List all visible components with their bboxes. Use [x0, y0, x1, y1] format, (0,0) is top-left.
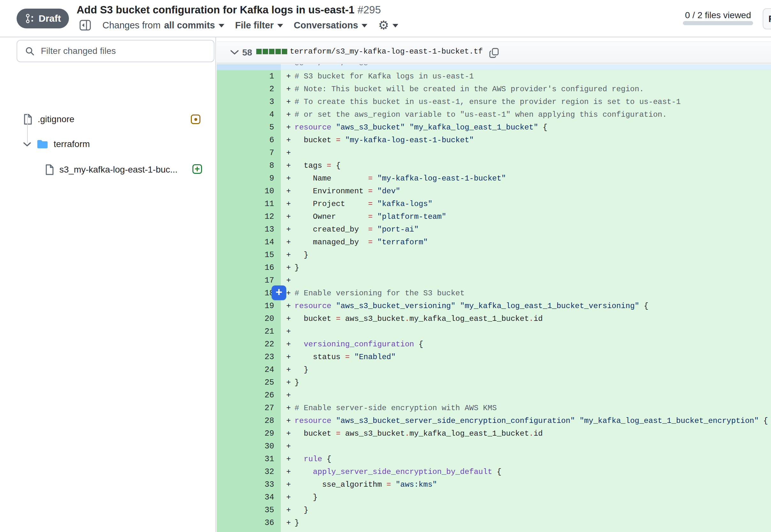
line-number[interactable]: 10 [245, 185, 281, 198]
code-token: rule [304, 453, 322, 466]
line-number[interactable] [245, 529, 281, 532]
line-content[interactable]: +} [281, 262, 771, 274]
line-content[interactable]: + [281, 440, 771, 453]
line-content[interactable]: + [281, 274, 771, 287]
line-number[interactable]: 32 [245, 466, 281, 478]
line-number[interactable]: 5 [245, 121, 281, 134]
old-line-number-cell [217, 338, 245, 351]
line-content[interactable]: + bucket = aws_s3_bucket.my_kafka_log_ea… [281, 427, 771, 440]
line-content[interactable]: + [281, 325, 771, 338]
line-content[interactable]: + sse_algorithm = "aws:kms" [281, 478, 771, 491]
line-content[interactable]: + Name = "my-kafka-log-east-1-bucket" [281, 172, 771, 185]
filter-changed-files-input[interactable] [41, 46, 214, 56]
line-number[interactable]: 22 [245, 338, 281, 351]
tree-item-s3-bucket-file[interactable]: s3_my-kafka-log-east-1-buc... [45, 162, 177, 177]
line-number[interactable]: 12 [245, 211, 281, 223]
code-token [391, 478, 396, 491]
line-number[interactable]: 1 [245, 70, 281, 83]
line-content[interactable]: + Project = "kafka-logs" [281, 198, 771, 211]
line-content[interactable]: +# Note: This bucket will be created in … [281, 83, 771, 96]
code-token: } [294, 491, 317, 504]
line-content[interactable]: + tags = { [281, 159, 771, 172]
line-content[interactable]: +# S3 bucket for Kafka logs in us-east-1 [281, 70, 771, 83]
line-number[interactable]: 11 [245, 198, 281, 211]
line-number[interactable]: 21 [245, 325, 281, 338]
line-content[interactable]: +resource "aws_s3_bucket_server_side_enc… [281, 415, 771, 427]
line-number[interactable]: 4 [245, 108, 281, 121]
line-number[interactable]: 7 [245, 147, 281, 159]
line-number[interactable]: 24 [245, 364, 281, 376]
copy-file-path-icon[interactable] [489, 48, 500, 58]
line-number[interactable]: 29 [245, 427, 281, 440]
line-content[interactable]: + bucket = "my-kafka-log-east-1-bucket" [281, 134, 771, 147]
diff-settings-dropdown[interactable]: ⚙ [378, 19, 398, 31]
line-number[interactable]: 34 [245, 491, 281, 504]
line-number[interactable]: 2 [245, 83, 281, 96]
line-number[interactable]: 8 [245, 159, 281, 172]
addition-marker: + [286, 287, 294, 300]
additions-count: 58 [242, 48, 252, 58]
add-line-comment-button[interactable]: + [271, 285, 286, 300]
old-line-number-cell [217, 198, 245, 211]
conversations-dropdown[interactable]: Conversations [294, 20, 367, 31]
line-content[interactable]: +# To create this bucket in us-east-1, e… [281, 96, 771, 108]
line-content[interactable]: +# Enable versioning for the S3 bucket [281, 287, 771, 300]
line-number[interactable]: 25 [245, 376, 281, 389]
line-content[interactable]: +# Enable server-side encryption with AW… [281, 402, 771, 415]
line-number[interactable]: 35 [245, 504, 281, 517]
line-content[interactable]: + } [281, 504, 771, 517]
line-content[interactable]: + bucket = aws_s3_bucket.my_kafka_log_ea… [281, 313, 771, 325]
line-number[interactable]: 15 [245, 249, 281, 262]
hunk-header-row[interactable]: @@ -0,0 +1,58 @@ [217, 64, 771, 70]
line-content[interactable]: + [281, 529, 771, 532]
code-token: { [538, 121, 547, 134]
line-number[interactable]: 23 [245, 351, 281, 364]
code-token [373, 223, 377, 236]
line-content[interactable]: +} [281, 517, 771, 529]
line-content[interactable]: + managed_by = "terraform" [281, 236, 771, 249]
line-content[interactable]: +} [281, 376, 771, 389]
line-number[interactable]: 9 [245, 172, 281, 185]
file-filter-dropdown[interactable]: File filter [235, 20, 283, 31]
line-number[interactable]: 16 [245, 262, 281, 274]
line-number[interactable]: 19 [245, 300, 281, 313]
collapse-sidebar-icon[interactable] [79, 19, 92, 32]
line-number[interactable]: 33 [245, 478, 281, 491]
line-content[interactable]: +# or set the aws_region variable to "us… [281, 108, 771, 121]
review-changes-button[interactable]: R [763, 8, 771, 29]
line-content[interactable]: + Environment = "dev" [281, 185, 771, 198]
tree-item-terraform-folder[interactable]: terraform [23, 137, 90, 151]
line-number[interactable]: 14 [245, 236, 281, 249]
tree-item-gitignore[interactable]: .gitignore [23, 112, 74, 127]
diff-line: 6+ bucket = "my-kafka-log-east-1-bucket" [217, 134, 771, 147]
line-number[interactable]: 6 [245, 134, 281, 147]
line-content[interactable]: + versioning_configuration { [281, 338, 771, 351]
pr-files-changed-page: Draft Add S3 bucket configuration for Ka… [0, 0, 771, 532]
line-number[interactable]: 31 [245, 453, 281, 466]
changes-from-dropdown[interactable]: Changes from all commits [102, 20, 224, 31]
line-number[interactable]: 26 [245, 389, 281, 402]
line-number[interactable]: 30 [245, 440, 281, 453]
addition-marker: + [286, 121, 294, 134]
line-content[interactable]: + [281, 389, 771, 402]
line-number[interactable]: 27 [245, 402, 281, 415]
line-content[interactable]: + [281, 147, 771, 159]
line-content[interactable]: + } [281, 364, 771, 376]
line-content[interactable]: + rule { [281, 453, 771, 466]
line-number[interactable]: 20 [245, 313, 281, 325]
line-content[interactable]: + apply_server_side_encryption_by_defaul… [281, 466, 771, 478]
line-number[interactable]: 13 [245, 223, 281, 236]
line-content[interactable]: + } [281, 491, 771, 504]
line-content[interactable]: + status = "Enabled" [281, 351, 771, 364]
collapse-file-chevron-down-icon[interactable] [230, 49, 239, 55]
line-content[interactable]: +resource "aws_s3_bucket" "my_kafka_log_… [281, 121, 771, 134]
line-number[interactable]: 28 [245, 415, 281, 427]
line-number[interactable]: 3 [245, 96, 281, 108]
line-number[interactable]: 17 [245, 274, 281, 287]
line-content[interactable]: + } [281, 249, 771, 262]
line-content[interactable]: + created_by = "port-ai" [281, 223, 771, 236]
line-content[interactable]: + Owner = "platform-team" [281, 211, 771, 223]
line-content[interactable]: +resource "aws_s3_bucket_versioning" "my… [281, 300, 771, 313]
files-viewed-counter: 0 / 2 files viewed [683, 10, 753, 20]
line-number[interactable]: 36 [245, 517, 281, 529]
